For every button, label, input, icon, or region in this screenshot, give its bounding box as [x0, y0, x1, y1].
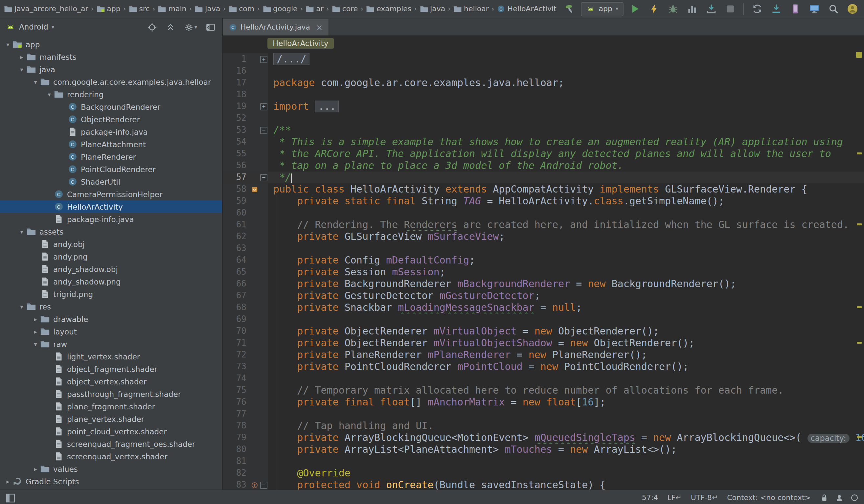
warning-stripe-mark[interactable]	[857, 436, 862, 438]
tree-item-package-info-java[interactable]: package-info.java	[0, 213, 222, 225]
expanded-arrow-icon[interactable]: ▾	[32, 79, 39, 85]
tree-item-andy-png[interactable]: andy.png	[0, 250, 222, 263]
code-line-83[interactable]: 83− protected void onCreate(Bundle saved…	[223, 479, 864, 490]
tree-item-object-fragment-shader[interactable]: object_fragment.shader	[0, 363, 222, 375]
breadcrumb-class-chip[interactable]: HelloArActivity	[267, 38, 334, 49]
tree-item-assets[interactable]: ▾assets	[0, 225, 222, 238]
tree-item-pointcloudrenderer[interactable]: CPointCloudRenderer	[0, 163, 222, 176]
nav-item-src[interactable]: src	[129, 4, 150, 13]
tree-item-raw[interactable]: ▾raw	[0, 338, 222, 350]
locate-file-button[interactable]	[146, 21, 158, 33]
code-line-1[interactable]: 1+/.../	[223, 53, 864, 65]
code-line-71[interactable]: 71 private ObjectRenderer mVirtualObject…	[223, 337, 864, 349]
expanded-arrow-icon[interactable]: ▾	[18, 66, 26, 73]
fold-marker-plus[interactable]: +	[260, 100, 268, 112]
fold-marker-plus[interactable]: +	[260, 53, 268, 65]
nav-item-java[interactable]: java	[194, 4, 220, 13]
code-line-52[interactable]: 52	[223, 112, 864, 124]
code-line-62[interactable]: 62 private GLSurfaceView mSurfaceView;	[223, 231, 864, 242]
code-line-75[interactable]: 75 // Temporary matrix allocated here to…	[223, 384, 864, 396]
collapsed-arrow-icon[interactable]: ▸	[32, 466, 39, 472]
nav-item-main[interactable]: main	[158, 4, 187, 13]
code-line-66[interactable]: 66 private BackgroundRenderer mBackgroun…	[223, 278, 864, 290]
tree-item-gradle-scripts[interactable]: ▸Gradle Scripts	[0, 475, 222, 488]
code-line-59[interactable]: 59 private static final String TAG = Hel…	[223, 195, 864, 207]
code-line-60[interactable]: 60	[223, 207, 864, 219]
tree-item-res[interactable]: ▾res	[0, 300, 222, 313]
account-button[interactable]	[844, 2, 860, 16]
lock-button[interactable]	[820, 493, 829, 502]
fold-marker-end[interactable]: −	[260, 171, 268, 183]
code-line-81[interactable]: 81	[223, 455, 864, 467]
tree-item-trigrid-png[interactable]: trigrid.png	[0, 288, 222, 300]
code-line-78[interactable]: 78 // Tap handling and UI.	[223, 420, 864, 432]
tree-item-object-vertex-shader[interactable]: object_vertex.shader	[0, 375, 222, 388]
warning-stripe-mark[interactable]	[857, 153, 862, 154]
build-button[interactable]	[562, 2, 578, 16]
avd-manager-button[interactable]	[806, 2, 822, 16]
tree-item-objectrenderer[interactable]: CObjectRenderer	[0, 113, 222, 125]
tree-item-planerenderer[interactable]: CPlaneRenderer	[0, 151, 222, 163]
collapsed-arrow-icon[interactable]: ▸	[32, 328, 39, 335]
tree-item-com-google-ar-core-examples-java-helloar[interactable]: ▾com.google.ar.core.examples.java.helloa…	[0, 75, 222, 88]
tree-item-rendering[interactable]: ▾rendering	[0, 88, 222, 100]
settings-button[interactable]: ▾	[183, 21, 199, 33]
code-line-68[interactable]: 68 private Snackbar mLoadingMessageSnack…	[223, 302, 864, 313]
tree-item-andy-shadow-png[interactable]: andy_shadow.png	[0, 275, 222, 288]
code-line-18[interactable]: 18	[223, 89, 864, 100]
nav-item-helloar[interactable]: helloar	[453, 4, 489, 13]
device-file-explorer-button[interactable]	[787, 2, 803, 16]
tree-item-screenquad-fragment-oes-shader[interactable]: screenquad_fragment_oes.shader	[0, 437, 222, 450]
code-line-58[interactable]: 58<>public class HelloArActivity extends…	[223, 183, 864, 195]
code-line-80[interactable]: 80 private ArrayList<PlaneAttachment> mT…	[223, 444, 864, 455]
attach-debugger-button[interactable]	[703, 2, 719, 16]
nav-item-java[interactable]: java	[420, 4, 445, 13]
tree-item-drawable[interactable]: ▸drawable	[0, 313, 222, 325]
code-line-17[interactable]: 17package com.google.ar.core.examples.ja…	[223, 77, 864, 89]
apply-changes-button[interactable]	[646, 2, 662, 16]
code-line-55[interactable]: 55 * the ARCore API. The application wil…	[223, 148, 864, 160]
search-everywhere-button[interactable]	[825, 2, 841, 16]
code-line-74[interactable]: 74	[223, 373, 864, 384]
code-line-67[interactable]: 67 private GestureDetector mGestureDetec…	[223, 290, 864, 302]
fold-marker-minus[interactable]: −	[260, 479, 268, 490]
code-line-70[interactable]: 70 private ObjectRenderer mVirtualObject…	[223, 325, 864, 337]
collapsed-arrow-icon[interactable]: ▸	[18, 53, 26, 60]
tree-item-plane-fragment-shader[interactable]: plane_fragment.shader	[0, 400, 222, 413]
nav-item-helloaractivity[interactable]: CHelloArActivity	[497, 4, 557, 13]
code-line-65[interactable]: 65 private Session mSession;	[223, 266, 864, 278]
memory-button[interactable]	[850, 493, 859, 502]
warning-stripe-mark[interactable]	[857, 224, 862, 225]
nav-item-com[interactable]: com	[228, 4, 254, 13]
hide-panel-button[interactable]	[204, 21, 217, 33]
code-line-64[interactable]: 64 private Config mDefaultConfig;	[223, 254, 864, 266]
tree-item-light-vertex-shader[interactable]: light_vertex.shader	[0, 350, 222, 363]
error-stripe[interactable]	[855, 51, 864, 490]
tab-helloaractivity-java[interactable]: C HelloArActivity.java ×	[223, 19, 329, 35]
code-line-79[interactable]: 79 private ArrayBlockingQueue<MotionEven…	[223, 432, 864, 444]
warning-stripe-mark[interactable]	[857, 306, 862, 308]
tree-item-backgroundrenderer[interactable]: CBackgroundRenderer	[0, 100, 222, 113]
code-line-73[interactable]: 73 private PointCloudRenderer mPointClou…	[223, 361, 864, 373]
file-status-indicator[interactable]	[856, 52, 862, 58]
collapsed-arrow-icon[interactable]: ▸	[32, 316, 39, 322]
caret-position-widget[interactable]: 57:4	[642, 493, 658, 502]
expanded-arrow-icon[interactable]: ▾	[18, 228, 26, 235]
tree-item-camerapermissionhelper[interactable]: CCameraPermissionHelper	[0, 188, 222, 201]
code-line-61[interactable]: 61 // Rendering. The Renderers are creat…	[223, 219, 864, 231]
fold-marker-minus[interactable]: −	[260, 124, 268, 136]
stop-button[interactable]	[722, 2, 738, 16]
code-line-63[interactable]: 63	[223, 242, 864, 254]
tree-item-shaderutil[interactable]: CShaderUtil	[0, 176, 222, 188]
sync-project-button[interactable]	[749, 2, 765, 16]
code-line-53[interactable]: 53−/**	[223, 124, 864, 136]
context-widget[interactable]: Context: <no context>	[727, 493, 811, 502]
related-xml-icon[interactable]: <>	[249, 183, 260, 195]
expanded-arrow-icon[interactable]: ▾	[18, 303, 26, 310]
nav-item-google[interactable]: google	[263, 4, 298, 13]
collapse-all-button[interactable]	[164, 21, 177, 33]
tree-item-values[interactable]: ▸values	[0, 463, 222, 475]
tree-item-helloaractivity[interactable]: CHelloArActivity	[0, 201, 222, 213]
run-config-select[interactable]: app▾	[581, 2, 624, 16]
expanded-arrow-icon[interactable]: ▾	[4, 41, 12, 48]
